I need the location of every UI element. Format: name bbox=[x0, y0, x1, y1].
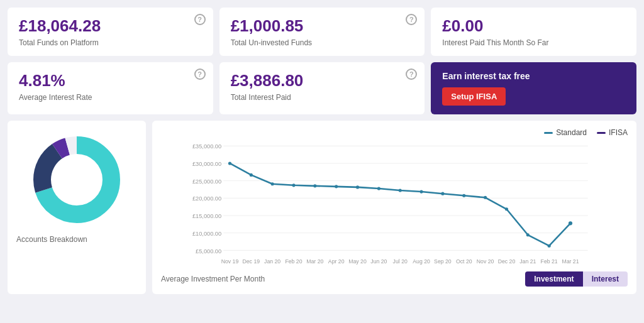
svg-text:Aug 20: Aug 20 bbox=[413, 258, 430, 265]
total-interest-card: £3,886.80 Total Interest Paid ? bbox=[219, 62, 425, 114]
svg-text:£20,000.00: £20,000.00 bbox=[192, 195, 221, 202]
avg-interest-help-icon[interactable]: ? bbox=[194, 68, 206, 80]
svg-text:Jan 20: Jan 20 bbox=[264, 258, 280, 265]
svg-text:Dec 20: Dec 20 bbox=[498, 258, 516, 265]
svg-text:Sep 20: Sep 20 bbox=[434, 258, 452, 265]
total-funds-label: Total Funds on Platform bbox=[19, 38, 202, 47]
interest-month-label: Interest Paid This Month So Far bbox=[442, 38, 625, 47]
svg-point-32 bbox=[505, 207, 508, 211]
svg-text:Jul 20: Jul 20 bbox=[393, 258, 408, 265]
uninvested-card: £1,000.85 Total Un-invested Funds ? bbox=[219, 8, 425, 56]
donut-card: Accounts Breakdown bbox=[8, 121, 146, 294]
total-interest-help-icon[interactable]: ? bbox=[406, 68, 417, 80]
svg-text:£15,000.00: £15,000.00 bbox=[192, 213, 221, 219]
svg-text:May 20: May 20 bbox=[348, 258, 367, 265]
svg-text:Jun 20: Jun 20 bbox=[370, 258, 387, 265]
svg-point-30 bbox=[462, 194, 465, 197]
avg-interest-label: Average Interest Rate bbox=[19, 93, 202, 102]
svg-text:Dec 19: Dec 19 bbox=[243, 258, 260, 265]
svg-point-28 bbox=[420, 190, 423, 194]
uninvested-label: Total Un-invested Funds bbox=[231, 38, 414, 47]
svg-text:Oct 20: Oct 20 bbox=[456, 258, 472, 265]
ifisa-card: Earn interest tax free Setup IFISA bbox=[431, 62, 636, 114]
svg-point-31 bbox=[484, 196, 487, 199]
svg-text:Jan 21: Jan 21 bbox=[519, 258, 536, 265]
donut-chart bbox=[26, 129, 127, 230]
svg-point-34 bbox=[548, 244, 551, 248]
svg-text:Nov 20: Nov 20 bbox=[477, 258, 494, 265]
svg-point-23 bbox=[313, 184, 316, 187]
svg-text:Nov 19: Nov 19 bbox=[221, 258, 239, 265]
legend-standard-dot bbox=[544, 132, 553, 134]
ifisa-title: Earn interest tax free bbox=[442, 71, 625, 81]
svg-point-24 bbox=[335, 185, 338, 188]
svg-text:Mar 21: Mar 21 bbox=[562, 258, 579, 265]
svg-text:Feb 20: Feb 20 bbox=[285, 258, 302, 265]
total-funds-value: £18,064.28 bbox=[19, 16, 202, 36]
svg-text:Mar 20: Mar 20 bbox=[306, 258, 323, 265]
total-interest-value: £3,886.80 bbox=[231, 71, 414, 90]
total-funds-card: £18,064.28 Total Funds on Platform ? bbox=[8, 8, 213, 56]
total-funds-help-icon[interactable]: ? bbox=[194, 14, 206, 25]
avg-interest-card: 4.81% Average Interest Rate ? bbox=[8, 62, 213, 114]
svg-point-20 bbox=[250, 173, 253, 177]
svg-point-29 bbox=[441, 192, 444, 195]
interest-month-card: £0.00 Interest Paid This Month So Far bbox=[431, 8, 636, 56]
svg-point-26 bbox=[377, 187, 380, 190]
svg-point-35 bbox=[569, 221, 572, 225]
svg-text:£5,000.00: £5,000.00 bbox=[196, 248, 221, 255]
donut-label: Accounts Breakdown bbox=[16, 235, 87, 244]
svg-point-4 bbox=[52, 155, 102, 205]
total-interest-label: Total Interest Paid bbox=[231, 93, 414, 102]
uninvested-value: £1,000.85 bbox=[231, 16, 414, 36]
svg-point-21 bbox=[271, 182, 274, 185]
svg-text:Apr 20: Apr 20 bbox=[328, 258, 345, 265]
legend-standard: Standard bbox=[544, 128, 587, 137]
legend-ifisa: IFISA bbox=[597, 128, 628, 137]
interest-tab-button[interactable]: Interest bbox=[583, 271, 628, 287]
svg-point-33 bbox=[526, 233, 530, 236]
svg-text:£10,000.00: £10,000.00 bbox=[192, 231, 221, 237]
legend-ifisa-dot bbox=[597, 132, 606, 134]
svg-point-27 bbox=[399, 189, 402, 192]
svg-text:£25,000.00: £25,000.00 bbox=[192, 178, 221, 185]
investment-tab-button[interactable]: Investment bbox=[525, 271, 582, 287]
line-chart: £35,000.00 £30,000.00 £25,000.00 £20,000… bbox=[161, 140, 628, 265]
avg-interest-value: 4.81% bbox=[19, 71, 202, 90]
svg-point-22 bbox=[292, 183, 295, 187]
interest-month-value: £0.00 bbox=[442, 16, 625, 36]
svg-text:£35,000.00: £35,000.00 bbox=[192, 143, 221, 150]
chart-legend: Standard IFISA bbox=[161, 128, 628, 137]
svg-point-25 bbox=[356, 185, 359, 189]
chart-tab-buttons: Investment Interest bbox=[525, 271, 628, 287]
legend-ifisa-label: IFISA bbox=[609, 128, 628, 137]
chart-card: Standard IFISA £35,000.00 £30,000.00 bbox=[152, 121, 636, 294]
svg-text:Feb 21: Feb 21 bbox=[541, 258, 558, 265]
chart-title: Average Investment Per Month bbox=[161, 275, 265, 283]
legend-standard-label: Standard bbox=[556, 128, 587, 137]
setup-ifisa-button[interactable]: Setup IFISA bbox=[442, 87, 506, 106]
chart-footer: Average Investment Per Month Investment … bbox=[161, 271, 628, 287]
svg-point-19 bbox=[228, 162, 231, 165]
svg-text:£30,000.00: £30,000.00 bbox=[192, 161, 221, 167]
uninvested-help-icon[interactable]: ? bbox=[406, 14, 417, 25]
